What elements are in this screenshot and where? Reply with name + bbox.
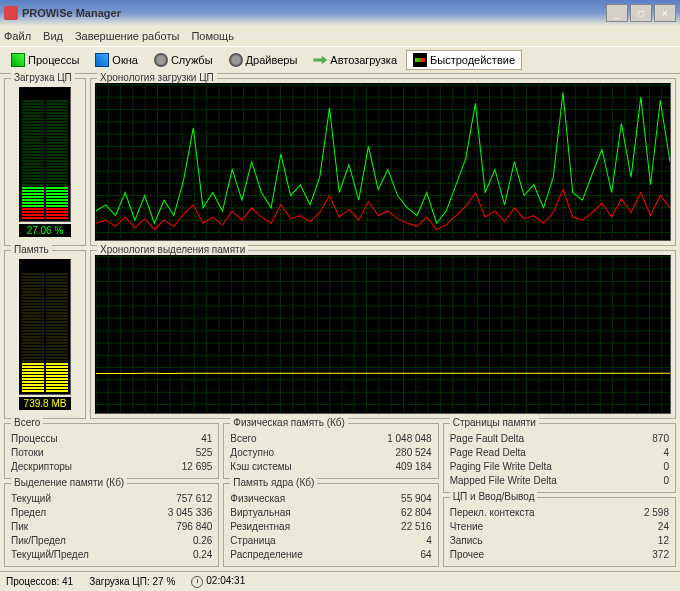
cpu-history-chart bbox=[96, 84, 670, 240]
commit-group: Выделение памяти (Кб) Текущий757 612 Пре… bbox=[4, 483, 219, 567]
kernel-group: Память ядра (Кб) Физическая55 904 Виртуа… bbox=[223, 483, 438, 567]
minimize-button[interactable]: _ bbox=[606, 4, 628, 22]
mem-meter-title: Память bbox=[11, 244, 52, 255]
physical-group: Физическая память (Кб) Всего1 048 048 До… bbox=[223, 423, 438, 479]
cpu-meter bbox=[19, 87, 71, 222]
menu-bar: Файл Вид Завершение работы Помощь bbox=[0, 26, 680, 46]
menu-file[interactable]: Файл bbox=[4, 30, 31, 42]
maximize-button[interactable]: □ bbox=[630, 4, 652, 22]
window-title: PROWiSe Manager bbox=[22, 7, 606, 19]
toolbar: Процессы Окна Службы Драйверы Автозагруз… bbox=[0, 46, 680, 74]
pages-group: Страницы памяти Page Fault Delta870 Page… bbox=[443, 423, 676, 493]
performance-icon bbox=[413, 53, 427, 67]
cpu-graph-title: Хронология загрузки ЦП bbox=[97, 72, 217, 83]
drivers-icon bbox=[229, 53, 243, 67]
io-group: ЦП и Ввод/Вывод Перекл. контекста2 598 Ч… bbox=[443, 497, 676, 567]
menu-shutdown[interactable]: Завершение работы bbox=[75, 30, 179, 42]
cpu-meter-title: Загрузка ЦП bbox=[11, 72, 75, 83]
processes-icon bbox=[11, 53, 25, 67]
mem-value: 739.8 MB bbox=[19, 397, 71, 410]
mem-meter bbox=[19, 259, 71, 396]
tab-windows[interactable]: Окна bbox=[88, 50, 145, 70]
status-processes: Процессов: 41 bbox=[6, 576, 73, 587]
mem-meter-panel: Память 739.8 MB bbox=[4, 250, 86, 420]
services-icon bbox=[154, 53, 168, 67]
mem-graph-title: Хронология выделения памяти bbox=[97, 244, 248, 255]
menu-view[interactable]: Вид bbox=[43, 30, 63, 42]
cpu-graph-panel: Хронология загрузки ЦП bbox=[90, 78, 676, 246]
cpu-value: 27.06 % bbox=[19, 224, 71, 237]
title-bar: PROWiSe Manager _ □ × bbox=[0, 0, 680, 26]
close-button[interactable]: × bbox=[654, 4, 676, 22]
mem-history-chart bbox=[96, 256, 670, 414]
windows-icon bbox=[95, 53, 109, 67]
tab-services[interactable]: Службы bbox=[147, 50, 220, 70]
status-bar: Процессов: 41 Загрузка ЦП: 27 % 02:04:31 bbox=[0, 571, 680, 591]
startup-icon bbox=[313, 53, 327, 67]
cpu-meter-panel: Загрузка ЦП 27.06 % bbox=[4, 78, 86, 246]
tab-drivers[interactable]: Драйверы bbox=[222, 50, 305, 70]
tab-processes[interactable]: Процессы bbox=[4, 50, 86, 70]
mem-graph-panel: Хронология выделения памяти bbox=[90, 250, 676, 420]
status-uptime: 02:04:31 bbox=[191, 575, 245, 587]
tab-performance[interactable]: Быстродействие bbox=[406, 50, 522, 70]
menu-help[interactable]: Помощь bbox=[191, 30, 234, 42]
app-icon bbox=[4, 6, 18, 20]
status-cpu: Загрузка ЦП: 27 % bbox=[89, 576, 175, 587]
tab-startup[interactable]: Автозагрузка bbox=[306, 50, 404, 70]
totals-group: Всего Процессы41 Потоки525 Дескрипторы12… bbox=[4, 423, 219, 479]
clock-icon bbox=[191, 576, 203, 588]
